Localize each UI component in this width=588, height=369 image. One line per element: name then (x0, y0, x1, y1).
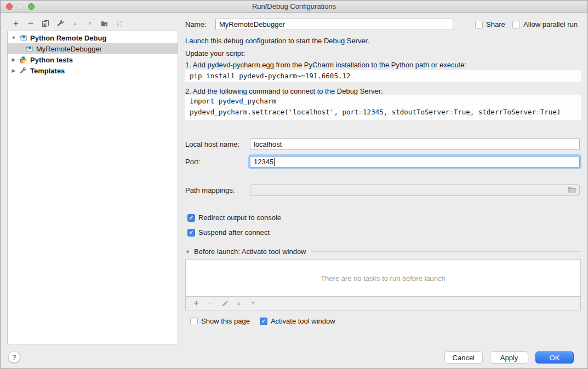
port-label: Port: (185, 156, 200, 168)
copy-config-button[interactable] (42, 20, 49, 27)
move-task-up-button[interactable]: ▲ (235, 299, 243, 307)
move-task-down-button[interactable]: ▼ (249, 299, 257, 307)
python-icon (19, 55, 27, 64)
name-input[interactable] (215, 19, 453, 30)
sort-configurations-button[interactable]: a z (116, 20, 123, 27)
port-input[interactable] (250, 156, 580, 168)
run-debug-configurations-dialog: Run/Debug Configurations + − ▲ ▼ (0, 0, 588, 369)
check-icon: ✓ (189, 215, 193, 221)
traffic-lights (6, 3, 35, 10)
name-label: Name: (185, 19, 206, 30)
configurations-tree: ▼ Python Remote Debug MyRemoteDebugger (7, 31, 178, 344)
redirect-output-checkbox[interactable]: ✓ (187, 214, 195, 222)
before-launch-section-header[interactable]: ▼ Before launch: Activate tool window (185, 247, 581, 256)
minimize-button[interactable] (17, 3, 24, 10)
wrench-icon (56, 20, 64, 27)
cancel-button[interactable]: Cancel (444, 351, 483, 364)
step1-instruction: 1. Add pydevd-pycharm.egg from the PyCha… (185, 61, 466, 70)
allow-parallel-run-label: Allow parallel run (523, 20, 578, 28)
remote-debug-icon (25, 44, 33, 53)
check-icon: ✓ (189, 230, 193, 235)
show-this-page-checkbox[interactable] (190, 318, 198, 325)
tree-item-python-tests[interactable]: ▶ Python tests (8, 54, 178, 65)
section-divider (311, 251, 581, 252)
open-folder-icon[interactable] (568, 186, 576, 195)
launch-description: Launch this debug configuration to start… (185, 37, 369, 45)
tree-item-templates[interactable]: ▶ Templates (8, 65, 178, 76)
show-this-page-label: Show this page (201, 317, 250, 325)
expander-icon[interactable]: ▶ (10, 68, 17, 73)
title-bar: Run/Debug Configurations (1, 1, 587, 13)
tree-item-label: Python tests (30, 56, 73, 64)
wrench-icon (19, 66, 27, 75)
suspend-after-connect-option: ✓ Suspend after connect (187, 228, 270, 237)
ok-button[interactable]: OK (535, 351, 574, 364)
settrace-code[interactable]: import pydevd_pycharm pydevd_pycharm.set… (185, 95, 581, 120)
text-caret (274, 158, 275, 166)
tree-item-label: Python Remote Debug (30, 34, 106, 42)
copy-icon (42, 20, 49, 27)
close-button[interactable] (6, 3, 13, 10)
tree-item-python-remote-debug[interactable]: ▼ Python Remote Debug (8, 32, 178, 43)
activate-tool-window-label: Activate tool window (271, 317, 335, 325)
tree-item-myremotedebugger[interactable]: MyRemoteDebugger (8, 43, 178, 54)
add-config-button[interactable]: + (12, 20, 20, 27)
remote-debug-icon (19, 33, 27, 42)
tree-item-label: Templates (30, 67, 65, 75)
suspend-after-connect-checkbox[interactable]: ✓ (187, 229, 195, 237)
svg-text:a: a (120, 20, 122, 24)
code-line1: import pydevd_pycharm (190, 97, 276, 105)
allow-parallel-run-checkbox[interactable] (512, 21, 520, 28)
remove-config-button[interactable]: − (27, 20, 35, 27)
remove-task-button[interactable]: − (207, 299, 214, 307)
edit-templates-button[interactable] (56, 20, 64, 27)
check-icon: ✓ (261, 319, 266, 324)
pencil-icon (221, 300, 229, 307)
update-script-label: Update your script: (185, 49, 245, 58)
dialog-buttons: Cancel Apply OK (444, 351, 574, 364)
collapse-triangle-icon[interactable]: ▼ (185, 249, 192, 255)
local-host-label: Local host name: (185, 139, 239, 150)
suspend-after-connect-label: Suspend after connect (198, 228, 270, 237)
redirect-output-label: Redirect output to console (198, 214, 281, 222)
before-launch-label: Before launch: Activate tool window (194, 247, 306, 256)
activate-tool-window-checkbox[interactable]: ✓ (260, 318, 267, 325)
tree-item-label: MyRemoteDebugger (36, 45, 102, 53)
share-label: Share (486, 20, 505, 28)
before-launch-tasks-list[interactable]: There are no tasks to run before launch (185, 260, 581, 297)
tasks-toolbar: + − ▲ ▼ (185, 297, 581, 310)
expander-icon[interactable]: ▼ (10, 35, 17, 41)
help-button[interactable]: ? (8, 351, 20, 363)
page-options-row: Show this page ✓ Activate tool window (190, 317, 335, 325)
sort-az-icon: a z (116, 20, 123, 27)
zoom-button[interactable] (28, 3, 35, 10)
path-mappings-label: Path mappings: (185, 184, 235, 196)
configuration-form: Name: Share Allow parallel run Launch th… (185, 17, 581, 345)
share-checkbox[interactable] (475, 21, 483, 28)
empty-tasks-message: There are no tasks to run before launch (321, 274, 446, 282)
new-folder-button[interactable] (101, 20, 109, 27)
expander-icon[interactable]: ▶ (10, 57, 17, 62)
allow-parallel-option: Allow parallel run (512, 20, 578, 28)
add-task-button[interactable]: + (192, 299, 200, 307)
svg-text:z: z (120, 24, 122, 27)
edit-task-button[interactable] (221, 299, 229, 307)
code-line2: pydevd_pycharm.settrace('localhost', por… (190, 108, 561, 116)
move-down-button[interactable]: ▼ (86, 20, 94, 27)
window-title: Run/Debug Configurations (252, 2, 336, 10)
path-mappings-input[interactable] (250, 184, 580, 196)
local-host-input[interactable] (250, 139, 580, 150)
folder-add-icon (101, 20, 109, 27)
question-mark-icon: ? (12, 353, 16, 361)
pip-command-code[interactable]: pip install pydevd-pycharm~=191.6605.12 (185, 70, 581, 82)
configurations-toolbar: + − ▲ ▼ a z (7, 17, 178, 30)
share-option: Share (475, 20, 505, 28)
apply-button[interactable]: Apply (490, 351, 528, 364)
redirect-output-option: ✓ Redirect output to console (187, 214, 281, 222)
move-up-button[interactable]: ▲ (71, 20, 79, 27)
